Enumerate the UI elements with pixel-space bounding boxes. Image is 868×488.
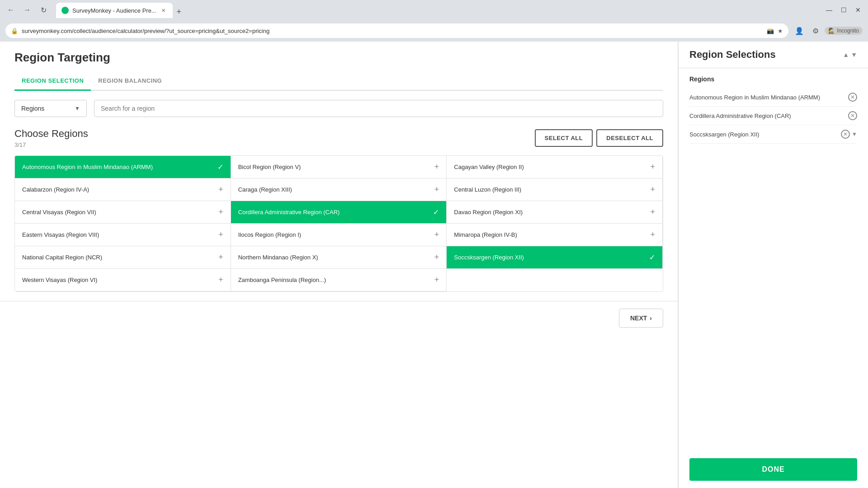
tab-bar: SurveyMonkey - Audience Pre... ✕ + [56, 2, 185, 18]
next-label: NEXT [630, 314, 647, 322]
dropdown-label: Regions [21, 105, 44, 112]
region-name: Calabarzon (Region IV-A) [22, 186, 89, 193]
active-tab[interactable]: SurveyMonkey - Audience Pre... ✕ [56, 3, 173, 18]
plus-icon: + [650, 207, 655, 217]
region-item[interactable]: Davao Region (Region XI) + [447, 201, 663, 224]
tab-label: SurveyMonkey - Audience Pre... [72, 7, 156, 14]
address-bar-icons: 📸 ★ [767, 28, 783, 34]
choose-regions-info: Choose Regions 3/17 [14, 128, 88, 148]
scroll-up-icon[interactable]: ▲ [843, 51, 849, 58]
scroll-controls: ▲ ▼ [843, 51, 857, 58]
regions-grid: Autonomous Region in Muslim Mindanao (AR… [14, 155, 663, 292]
selection-remove: ✕ [848, 93, 857, 102]
scroll-down-icon[interactable]: ▼ [851, 51, 857, 58]
search-input-wrap [94, 100, 663, 117]
browser-window: ← → ↻ SurveyMonkey - Audience Pre... ✕ +… [0, 0, 868, 488]
choose-regions-title: Choose Regions [14, 128, 88, 140]
address-bar[interactable]: 🔒 surveymonkey.com/collect/audience/calc… [5, 23, 788, 38]
panel-header: Region Targeting REGION SELECTION REGION… [0, 42, 678, 91]
region-item[interactable]: Zamboanga Peninsula (Region...) + [231, 269, 447, 291]
choose-regions-header: Choose Regions 3/17 SELECT ALL DESELECT … [14, 128, 663, 148]
region-name: Western Visayas (Region VI) [22, 277, 97, 283]
plus-icon: + [218, 207, 223, 217]
forward-button[interactable]: → [20, 3, 34, 17]
selection-item: Cordillera Administrative Region (CAR) ✕ [689, 107, 857, 125]
browser-toolbar: 👤 ⚙ 🕵 Incognito [792, 23, 863, 38]
star-icon: ★ [778, 28, 783, 34]
region-item[interactable]: Northern Mindanao (Region X) + [231, 246, 447, 269]
remove-button[interactable]: ✕ [848, 111, 857, 120]
region-item[interactable]: National Capital Region (NCR) + [15, 246, 231, 269]
region-item[interactable]: Eastern Visayas (Region VIII) + [15, 224, 231, 246]
right-panel-header: Region Selections ▲ ▼ [679, 42, 868, 68]
region-item[interactable]: Soccsksargen (Region XII) ✓ [447, 246, 663, 269]
region-item[interactable]: Calabarzon (Region IV-A) + [15, 178, 231, 201]
region-name: Autonomous Region in Muslim Mindanao (AR… [22, 164, 153, 170]
bottom-nav: NEXT › [0, 301, 678, 335]
right-panel-title: Region Selections [689, 49, 776, 61]
region-name: Central Visayas (Region VII) [22, 209, 96, 216]
tab-favicon [61, 7, 69, 14]
extensions-icon[interactable]: ⚙ [808, 23, 823, 38]
tab-region-balancing[interactable]: REGION BALANCING [91, 72, 169, 91]
plus-icon: + [218, 275, 223, 285]
chevron-right-icon: › [650, 314, 652, 322]
plus-icon: + [434, 185, 439, 194]
incognito-icon: 🕵 [828, 28, 835, 34]
region-type-dropdown[interactable]: Regions ▼ [14, 100, 87, 117]
plus-icon: + [218, 253, 223, 262]
check-icon: ✓ [433, 208, 439, 216]
region-item[interactable]: Mimaropa (Region IV-B) + [447, 224, 663, 246]
select-all-button[interactable]: SELECT ALL [535, 129, 593, 147]
new-tab-button[interactable]: + [173, 5, 185, 18]
chevron-down-icon: ▼ [75, 105, 80, 112]
region-name: Eastern Visayas (Region VIII) [22, 231, 99, 238]
region-name: Cordillera Administrative Region (CAR) [238, 209, 340, 216]
region-item[interactable]: Cordillera Administrative Region (CAR) ✓ [231, 201, 447, 224]
region-name: Soccsksargen (Region XII) [454, 254, 524, 261]
right-panel-body: Regions Autonomous Region in Muslim Mind… [679, 68, 868, 451]
profile-icon[interactable]: 👤 [792, 23, 807, 38]
back-button[interactable]: ← [4, 3, 18, 17]
plus-icon: + [218, 185, 223, 194]
region-name: Ilocos Region (Region I) [238, 231, 301, 238]
done-button[interactable]: DONE [689, 458, 857, 481]
selection-remove: ✕ [848, 111, 857, 120]
next-button[interactable]: NEXT › [619, 309, 663, 328]
region-item[interactable]: Bicol Region (Region V) + [231, 156, 447, 178]
remove-button[interactable]: ✕ [841, 130, 850, 139]
region-item[interactable]: Ilocos Region (Region I) + [231, 224, 447, 246]
tab-region-selection[interactable]: REGION SELECTION [14, 72, 91, 91]
region-item[interactable]: Caraga (Region XIII) + [231, 178, 447, 201]
region-item[interactable]: Autonomous Region in Muslim Mindanao (AR… [15, 156, 231, 178]
selection-item: Soccsksargen (Region XII) ✕ ▼ [689, 125, 857, 144]
selection-name: Autonomous Region in Muslim Mindanao (AR… [689, 94, 820, 101]
maximize-button[interactable]: ☐ [837, 4, 850, 16]
expand-icon: ▼ [852, 131, 857, 137]
plus-icon: + [218, 230, 223, 239]
selection-name: Cordillera Administrative Region (CAR) [689, 113, 791, 119]
remove-button[interactable]: ✕ [848, 93, 857, 102]
minimize-button[interactable]: — [823, 4, 835, 16]
region-item[interactable]: Central Visayas (Region VII) + [15, 201, 231, 224]
region-name: Central Luzon (Region III) [454, 186, 521, 193]
window-controls: ← → ↻ [4, 3, 51, 17]
region-item[interactable]: Western Visayas (Region VI) + [15, 269, 231, 291]
url-text: surveymonkey.com/collect/audience/calcul… [22, 28, 763, 34]
panel-body: Regions ▼ Choose Regions 3/17 [0, 91, 678, 301]
reload-button[interactable]: ↻ [36, 3, 51, 17]
region-item[interactable]: Central Luzon (Region III) + [447, 178, 663, 201]
selection-name: Soccsksargen (Region XII) [689, 131, 760, 138]
region-item[interactable]: Cagayan Valley (Region II) + [447, 156, 663, 178]
right-panel: Region Selections ▲ ▼ Regions Autonomous… [678, 42, 868, 488]
region-search-input[interactable] [94, 100, 663, 117]
close-window-button[interactable]: ✕ [852, 4, 864, 16]
tabs-row: REGION SELECTION REGION BALANCING [14, 72, 663, 91]
tab-close-button[interactable]: ✕ [160, 7, 167, 14]
deselect-all-button[interactable]: DESELECT ALL [596, 129, 663, 147]
incognito-badge: 🕵 Incognito [825, 27, 863, 35]
search-row: Regions ▼ [14, 100, 663, 117]
region-name: Cagayan Valley (Region II) [454, 164, 524, 170]
plus-icon: + [650, 185, 655, 194]
regions-count: 3/17 [14, 141, 88, 148]
